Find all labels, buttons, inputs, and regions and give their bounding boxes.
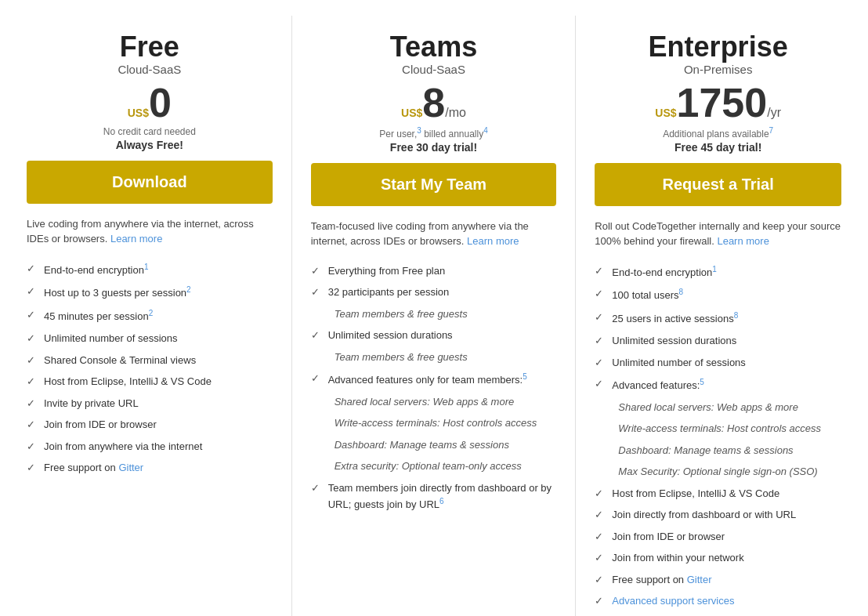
plan-free-feature-9: Free support on Gitter [27, 457, 273, 479]
plan-free-learn-more-link[interactable]: Learn more [110, 233, 162, 245]
plan-free-feature-5: Host from Eclipse, IntelliJ & VS Code [27, 371, 273, 393]
plan-enterprise-name: Enterprise [595, 31, 841, 63]
plan-enterprise-gitter-link-14[interactable]: Gitter [687, 574, 712, 585]
plan-enterprise-feature-7: Write-access terminals: Host controls ac… [595, 418, 841, 440]
plan-enterprise-price: US$1750/yr [595, 82, 841, 123]
plan-teams-feature-1: 32 participants per session [311, 281, 557, 303]
plan-teams-currency: US$ [401, 107, 422, 119]
plan-teams-feature-5: Advanced features only for team members:… [311, 368, 557, 391]
pricing-grid: FreeCloud-SaaSUS$0No credit card neededA… [8, 16, 860, 616]
plan-free-price: US$0 [27, 82, 273, 123]
plan-teams-name: Teams [311, 31, 557, 63]
plan-enterprise-feature-0: End-to-end encryption1 [595, 260, 841, 284]
plan-free-gitter-link-9[interactable]: Gitter [118, 462, 143, 473]
plan-free-type: Cloud-SaaS [27, 63, 273, 76]
plan-teams-cta-button[interactable]: Start My Team [311, 163, 557, 206]
plan-free-feature-2: 45 minutes per session2 [27, 304, 273, 328]
plan-enterprise-feature-15: Advanced support services [595, 590, 841, 612]
plan-enterprise-feature-11: Join directly from dashboard or with URL [595, 504, 841, 526]
plan-free-features-list: End-to-end encryption1Host up to 3 guest… [27, 258, 273, 479]
plan-teams-price-note: Per user,3 billed annually4 [311, 126, 557, 140]
plan-teams-description: Team-focused live coding from anywhere v… [311, 219, 557, 249]
plan-free-header: FreeCloud-SaaSUS$0No credit card neededA… [27, 31, 273, 151]
plan-teams-learn-more-link[interactable]: Learn more [467, 235, 519, 247]
plan-free-feature-1: Host up to 3 guests per session2 [27, 281, 273, 304]
plan-free-amount: 0 [149, 82, 172, 123]
plan-free-feature-7: Join from IDE or browser [27, 414, 273, 436]
plan-enterprise-feature-1: 100 total users8 [595, 283, 841, 306]
plan-free-currency: US$ [128, 107, 149, 119]
plan-enterprise-feature-12: Join from IDE or browser [595, 526, 841, 548]
plan-free-description: Live coding from anywhere via the intern… [27, 216, 273, 247]
plan-teams-feature-3: Unlimited session durations [311, 324, 557, 346]
plan-enterprise-cta-button[interactable]: Request a Trial [595, 163, 841, 206]
plan-teams-period: /mo [445, 106, 466, 120]
plan-enterprise-amount: 1750 [677, 82, 768, 123]
plan-teams-amount: 8 [422, 82, 445, 123]
plan-free: FreeCloud-SaaSUS$0No credit card neededA… [8, 16, 292, 616]
plan-free-price-note: No credit card needed [27, 126, 273, 137]
plan-enterprise-period: /yr [767, 106, 781, 120]
plan-enterprise-feature-8: Dashboard: Manage teams & sessions [595, 440, 841, 462]
plan-free-name: Free [27, 31, 273, 63]
plan-enterprise-feature-9: Max Security: Optional single sign-on (S… [595, 461, 841, 483]
plan-teams-trial: Free 30 day trial! [311, 141, 557, 154]
plan-teams-feature-9: Extra security: Optional team-only acces… [311, 455, 557, 477]
plan-enterprise-trial: Free 45 day trial! [595, 141, 841, 154]
plan-teams-features-list: Everything from Free plan32 participants… [311, 260, 557, 516]
plan-free-trial: Always Free! [27, 139, 273, 151]
plan-teams-type: Cloud-SaaS [311, 63, 557, 76]
plan-enterprise-description: Roll out CodeTogether internally and kee… [595, 219, 841, 249]
plan-enterprise-feature-link-15[interactable]: Advanced support services [612, 595, 734, 607]
plan-enterprise-price-note: Additional plans available7 [595, 126, 841, 140]
plan-free-feature-0: End-to-end encryption1 [27, 258, 273, 281]
plan-enterprise-feature-5: Advanced features:5 [595, 373, 841, 397]
plan-enterprise-features-list: End-to-end encryption1100 total users825… [595, 260, 841, 612]
plan-teams-feature-4: Team members & free guests [311, 346, 557, 368]
plan-teams-price: US$8/mo [311, 82, 557, 123]
plan-teams-feature-0: Everything from Free plan [311, 260, 557, 282]
plan-enterprise-feature-3: Unlimited session durations [595, 330, 841, 352]
plan-teams-feature-7: Write-access terminals: Host controls ac… [311, 412, 557, 434]
plan-free-feature-8: Join from anywhere via the internet [27, 436, 273, 458]
plan-enterprise-feature-6: Shared local servers: Web apps & more [595, 397, 841, 419]
plan-free-feature-4: Shared Console & Terminal views [27, 350, 273, 371]
plan-teams: TeamsCloud-SaaSUS$8/moPer user,3 billed … [292, 16, 577, 616]
plan-enterprise-header: EnterpriseOn-PremisesUS$1750/yrAdditiona… [595, 31, 841, 154]
plan-enterprise-feature-13: Join from within your network [595, 547, 841, 569]
plan-teams-feature-10: Team members join directly from dashboar… [311, 477, 557, 516]
plan-enterprise-feature-2: 25 users in active sessions8 [595, 306, 841, 330]
plan-free-feature-6: Invite by private URL [27, 393, 273, 415]
plan-enterprise-feature-14: Free support on Gitter [595, 569, 841, 591]
plan-enterprise-feature-4: Unlimited number of sessions [595, 352, 841, 374]
plan-free-cta-button[interactable]: Download [27, 161, 273, 204]
plan-enterprise-learn-more-link[interactable]: Learn more [717, 235, 769, 247]
plan-teams-feature-8: Dashboard: Manage teams & sessions [311, 434, 557, 456]
plan-enterprise-feature-10: Host from Eclipse, IntelliJ & VS Code [595, 483, 841, 505]
plan-teams-header: TeamsCloud-SaaSUS$8/moPer user,3 billed … [311, 31, 557, 154]
plan-teams-feature-6: Shared local servers: Web apps & more [311, 391, 557, 413]
plan-enterprise-currency: US$ [655, 107, 676, 119]
plan-teams-feature-2: Team members & free guests [311, 303, 557, 325]
plan-free-feature-3: Unlimited number of sessions [27, 328, 273, 350]
plan-enterprise: EnterpriseOn-PremisesUS$1750/yrAdditiona… [576, 16, 860, 616]
plan-enterprise-type: On-Premises [595, 63, 841, 76]
